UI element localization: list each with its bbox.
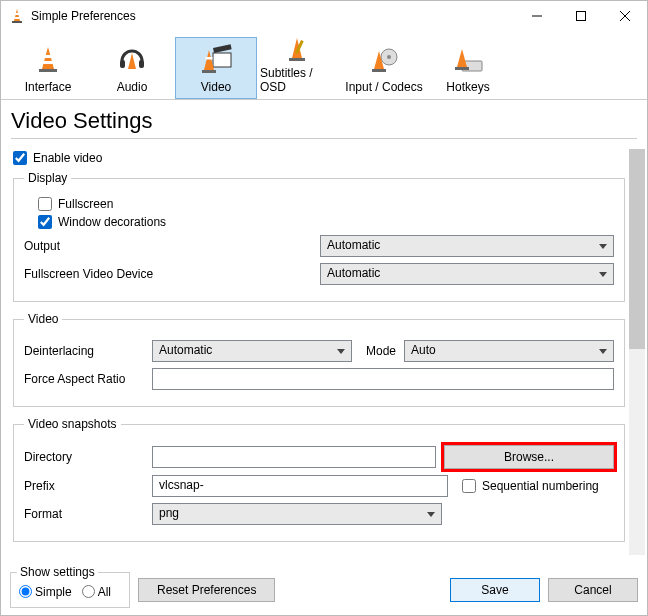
titlebar: Simple Preferences <box>1 1 647 31</box>
format-label: Format <box>24 507 144 521</box>
browse-button[interactable]: Browse... <box>444 445 614 469</box>
clapper-cone-icon <box>199 42 233 78</box>
pencil-cone-icon <box>285 34 315 64</box>
bottom-bar: Show settings Simple All Reset Preferenc… <box>0 570 648 616</box>
mode-select[interactable]: Auto <box>404 340 614 362</box>
directory-input[interactable] <box>152 446 436 468</box>
svg-marker-28 <box>457 49 467 67</box>
deinterlacing-select[interactable]: Automatic <box>152 340 352 362</box>
disc-cone-icon <box>369 42 399 78</box>
svg-rect-21 <box>289 58 305 61</box>
tab-input-codecs[interactable]: Input / Codecs <box>343 37 425 99</box>
window-title: Simple Preferences <box>31 9 515 23</box>
fullscreen-device-label: Fullscreen Video Device <box>24 267 312 281</box>
show-settings-group: Show settings Simple All <box>10 572 130 608</box>
tab-subtitles[interactable]: Subtitles / OSD <box>259 37 341 99</box>
svg-marker-14 <box>128 53 136 69</box>
keyboard-cone-icon <box>452 42 484 78</box>
svg-rect-12 <box>120 60 125 68</box>
maximize-button[interactable] <box>559 1 603 31</box>
window-decorations-checkbox[interactable]: Window decorations <box>38 215 614 229</box>
prefix-input[interactable]: vlcsnap- <box>152 475 448 497</box>
output-select[interactable]: Automatic <box>320 235 614 257</box>
svg-rect-16 <box>213 53 231 67</box>
radio-simple[interactable]: Simple <box>19 585 72 599</box>
close-button[interactable] <box>603 1 647 31</box>
force-ar-label: Force Aspect Ratio <box>24 372 144 386</box>
svg-rect-15 <box>213 44 232 53</box>
svg-rect-19 <box>202 70 216 73</box>
svg-rect-18 <box>206 57 213 60</box>
sequential-checkbox[interactable]: Sequential numbering <box>462 479 599 493</box>
tab-video[interactable]: Video <box>175 37 257 99</box>
divider <box>11 138 637 139</box>
directory-label: Directory <box>24 450 144 464</box>
svg-rect-2 <box>15 17 20 19</box>
page-title: Video Settings <box>1 100 647 138</box>
headphones-cone-icon <box>116 42 148 78</box>
enable-video-checkbox[interactable]: Enable video <box>13 151 625 165</box>
deinterlacing-label: Deinterlacing <box>24 344 144 358</box>
prefix-label: Prefix <box>24 479 144 493</box>
force-ar-input[interactable] <box>152 368 614 390</box>
fullscreen-device-select[interactable]: Automatic <box>320 263 614 285</box>
output-label: Output <box>24 239 312 253</box>
svg-rect-5 <box>577 12 586 21</box>
scrollbar-thumb[interactable] <box>629 149 645 349</box>
svg-rect-1 <box>15 13 19 15</box>
svg-rect-26 <box>372 69 386 72</box>
prefs-tabs: Interface Audio Video Subtitles / OSD In… <box>1 31 647 100</box>
cancel-button[interactable]: Cancel <box>548 578 638 602</box>
mode-label: Mode <box>366 344 396 358</box>
settings-content: Enable video Display Fullscreen Window d… <box>1 145 647 554</box>
svg-rect-10 <box>43 61 53 64</box>
vlc-cone-icon <box>9 8 25 24</box>
cone-icon <box>34 45 62 75</box>
tab-audio[interactable]: Audio <box>91 37 173 99</box>
display-group: Display Fullscreen Window decorations Ou… <box>13 171 625 302</box>
video-group: Video Deinterlacing Automatic Mode Auto … <box>13 312 625 407</box>
radio-all[interactable]: All <box>82 585 111 599</box>
reset-preferences-button[interactable]: Reset Preferences <box>138 578 275 602</box>
save-button[interactable]: Save <box>450 578 540 602</box>
tab-hotkeys[interactable]: Hotkeys <box>427 37 509 99</box>
svg-rect-11 <box>39 69 57 72</box>
svg-rect-29 <box>455 67 469 70</box>
svg-rect-3 <box>12 21 22 23</box>
tab-interface[interactable]: Interface <box>7 37 89 99</box>
minimize-button[interactable] <box>515 1 559 31</box>
svg-rect-13 <box>139 60 144 68</box>
svg-rect-9 <box>44 55 52 58</box>
format-select[interactable]: png <box>152 503 442 525</box>
fullscreen-checkbox[interactable]: Fullscreen <box>38 197 614 211</box>
snapshots-group: Video snapshots Directory Browse... Pref… <box>13 417 625 542</box>
svg-point-24 <box>387 55 391 59</box>
